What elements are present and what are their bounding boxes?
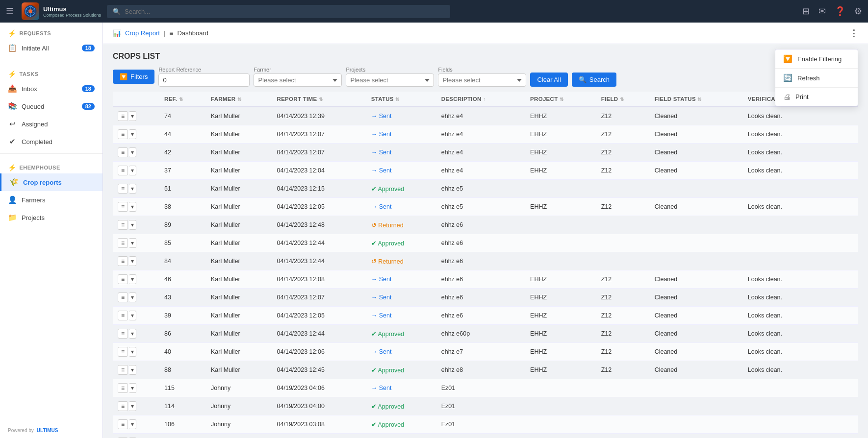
- row-action-button[interactable]: ≡: [118, 292, 128, 302]
- more-options-button[interactable]: ⋮: [849, 28, 858, 39]
- sidebar-item-assigned[interactable]: ↩ Assigned: [0, 115, 102, 133]
- report-time-cell: 04/19/2023 03:08: [272, 415, 366, 434]
- sidebar-item-crop-reports[interactable]: 🌾 Crop reports: [0, 173, 102, 191]
- row-dropdown-button[interactable]: ▾: [129, 347, 136, 357]
- sidebar-item-farmers[interactable]: 👤 Farmers: [0, 191, 102, 209]
- crop-report-breadcrumb-link[interactable]: Crop Report: [125, 29, 160, 37]
- bolt-icon-3: ⚡: [8, 164, 17, 171]
- row-action-button[interactable]: ≡: [118, 220, 128, 230]
- row-action-button[interactable]: ≡: [118, 365, 128, 375]
- row-action-button[interactable]: ≡: [118, 383, 128, 393]
- row-action-button[interactable]: ≡: [118, 419, 128, 429]
- sidebar-item-inbox[interactable]: 📥 Inbox 18: [0, 80, 102, 97]
- main-panel: CROPS LIST 🔽 Filters Report Reference Fa…: [103, 44, 868, 438]
- row-dropdown-button[interactable]: ▾: [129, 129, 136, 139]
- table-row: ≡ ▾ 106Johnny04/19/2023 03:08✔ ApprovedE…: [113, 415, 858, 434]
- row-action-button[interactable]: ≡: [118, 111, 128, 121]
- row-action-button[interactable]: ≡: [118, 166, 128, 175]
- messages-icon[interactable]: ✉: [818, 6, 826, 17]
- refresh-item[interactable]: 🔄 Refresh: [775, 69, 858, 87]
- row-dropdown-button[interactable]: ▾: [129, 111, 136, 121]
- row-dropdown-button[interactable]: ▾: [129, 365, 136, 375]
- breadcrumb-separator: |: [164, 29, 165, 37]
- projects-select[interactable]: Please select: [346, 73, 434, 87]
- sidebar-item-label: Projects: [22, 214, 45, 221]
- row-dropdown-button[interactable]: ▾: [129, 202, 136, 212]
- row-action-button[interactable]: ≡: [118, 147, 128, 157]
- project-cell: EHHZ: [525, 289, 596, 307]
- row-action-button[interactable]: ≡: [118, 329, 128, 339]
- settings-icon[interactable]: ⚙: [854, 6, 862, 17]
- row-dropdown-button[interactable]: ▾: [129, 256, 136, 266]
- hamburger-menu[interactable]: ☰: [6, 6, 14, 17]
- description-cell: ehhz e6: [436, 234, 525, 252]
- status-cell: → Sent: [366, 307, 436, 325]
- verification-rem-cell: Looks clean.: [743, 361, 858, 379]
- action-cell: ≡ ▾: [113, 234, 159, 252]
- report-reference-input[interactable]: [158, 73, 250, 87]
- col-project[interactable]: PROJECT ⇅: [525, 92, 596, 107]
- status-badge: → Sent: [371, 113, 432, 120]
- farmer-select[interactable]: Please select: [254, 73, 342, 87]
- col-status[interactable]: STATUS ⇅: [366, 92, 436, 107]
- action-cell: ≡ ▾: [113, 252, 159, 270]
- row-dropdown-button[interactable]: ▾: [129, 401, 136, 411]
- search-button[interactable]: 🔍 Search: [572, 73, 616, 87]
- field-status-cell: Cleaned: [650, 162, 743, 180]
- row-action-button[interactable]: ≡: [118, 256, 128, 266]
- filters-button[interactable]: 🔽 Filters: [113, 70, 154, 84]
- col-farmer[interactable]: FARMER ⇅: [206, 92, 272, 107]
- row-dropdown-button[interactable]: ▾: [129, 238, 136, 248]
- row-dropdown-button[interactable]: ▾: [129, 184, 136, 194]
- sidebar-item-queued[interactable]: 📚 Queued 82: [0, 97, 102, 115]
- report-time-cell: 04/14/2023 12:07: [272, 144, 366, 162]
- row-dropdown-button[interactable]: ▾: [129, 147, 136, 157]
- col-field[interactable]: FIELD ⇅: [596, 92, 650, 107]
- verification-rem-cell: Looks clean.: [743, 270, 858, 289]
- row-dropdown-button[interactable]: ▾: [129, 292, 136, 302]
- row-dropdown-button[interactable]: ▾: [129, 419, 136, 429]
- logo-text: Ultimus Composed Process Solutions: [43, 5, 101, 18]
- ref-cell: 106: [159, 415, 206, 434]
- fields-select[interactable]: Please select: [438, 73, 526, 87]
- search-bar[interactable]: 🔍: [107, 5, 450, 18]
- row-action-button[interactable]: ≡: [118, 347, 128, 357]
- breadcrumb-bar: 📊 Crop Report | ≡ Dashboard ⋮: [103, 23, 868, 44]
- row-action-button[interactable]: ≡: [118, 401, 128, 411]
- col-field-status[interactable]: FIELD STATUS ⇅: [650, 92, 743, 107]
- row-dropdown-button[interactable]: ▾: [129, 329, 136, 339]
- status-cell: → Sent: [366, 125, 436, 144]
- crop-reports-icon: 🌾: [9, 178, 18, 187]
- row-dropdown-button[interactable]: ▾: [129, 166, 136, 175]
- status-cell: → Sent: [366, 379, 436, 397]
- col-description[interactable]: DESCRIPTION ↑: [436, 92, 525, 107]
- clear-all-button[interactable]: Clear All: [530, 73, 567, 87]
- print-item[interactable]: 🖨 Print: [775, 88, 858, 106]
- table-row: ≡ ▾ 38Karl Muller04/14/2023 12:05→ Sente…: [113, 198, 858, 216]
- row-action-button[interactable]: ≡: [118, 184, 128, 194]
- row-dropdown-button[interactable]: ▾: [129, 220, 136, 230]
- sidebar-item-completed[interactable]: ✔ Completed: [0, 133, 102, 150]
- table-row: ≡ ▾ 46Karl Muller04/14/2023 12:08→ Sente…: [113, 270, 858, 289]
- enable-filtering-item[interactable]: 🔽 Enable Filtering: [775, 49, 858, 68]
- row-action-button[interactable]: ≡: [118, 202, 128, 212]
- sidebar-item-projects[interactable]: 📁 Projects: [0, 209, 102, 226]
- col-ref[interactable]: REF. ⇅: [159, 92, 206, 107]
- row-dropdown-button[interactable]: ▾: [129, 383, 136, 393]
- sidebar-item-initiate-all[interactable]: 📋 Initiate All 18: [0, 39, 102, 57]
- row-action-button[interactable]: ≡: [118, 274, 128, 284]
- col-report-time[interactable]: REPORT TIME ⇅: [272, 92, 366, 107]
- grid-icon[interactable]: ⊞: [802, 6, 810, 17]
- search-input[interactable]: [125, 8, 444, 15]
- status-badge: ✔ Approved: [371, 403, 432, 410]
- status-badge: → Sent: [371, 149, 432, 156]
- dashboard-breadcrumb-icon: ≡: [169, 29, 173, 37]
- status-badge: → Sent: [371, 131, 432, 138]
- row-action-button[interactable]: ≡: [118, 129, 128, 139]
- help-icon[interactable]: ❓: [835, 6, 845, 17]
- field-cell: Z12: [596, 144, 650, 162]
- row-dropdown-button[interactable]: ▾: [129, 274, 136, 284]
- row-dropdown-button[interactable]: ▾: [129, 311, 136, 320]
- row-action-button[interactable]: ≡: [118, 311, 128, 320]
- row-action-button[interactable]: ≡: [118, 238, 128, 248]
